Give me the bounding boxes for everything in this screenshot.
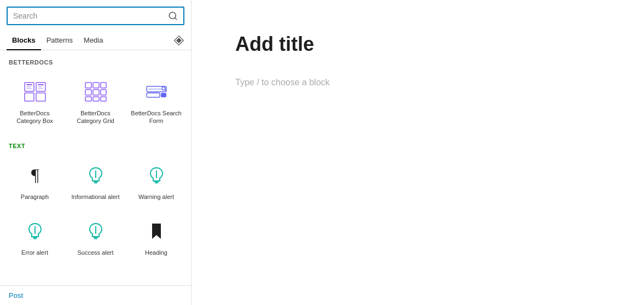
svg-rect-7 — [36, 93, 45, 101]
error-alert-icon — [22, 218, 48, 244]
betterdocs-blocks-grid: BetterDocs Category Box — [0, 70, 191, 134]
text-blocks-grid: ¶ Paragraph Informational alert — [0, 154, 191, 266]
page-title[interactable]: Add title — [235, 33, 600, 56]
svg-rect-25 — [161, 93, 166, 97]
sidebar-footer[interactable]: Post — [0, 285, 191, 305]
success-alert-icon — [83, 218, 109, 244]
informational-alert-icon — [83, 162, 109, 189]
svg-rect-20 — [85, 97, 91, 101]
tabs-bar: Blocks Patterns Media — [0, 31, 191, 50]
heading-icon — [143, 218, 170, 244]
search-input-wrapper — [7, 7, 184, 25]
svg-rect-39 — [33, 238, 37, 239]
search-icon — [168, 11, 178, 21]
sidebar: Blocks Patterns Media BETTERDOCS — [0, 0, 192, 305]
block-paragraph[interactable]: ¶ Paragraph — [4, 154, 65, 209]
informational-alert-label: Informational alert — [71, 193, 119, 201]
section-label-betterdocs: BETTERDOCS — [0, 50, 191, 70]
svg-rect-13 — [38, 88, 43, 89]
warning-alert-icon — [143, 162, 170, 189]
block-betterdocs-search-form[interactable]: BetterDocs Search Form — [126, 70, 187, 134]
paragraph-icon: ¶ — [22, 162, 48, 189]
diamond-icon[interactable] — [173, 35, 184, 46]
block-warning-alert[interactable]: Warning alert — [126, 154, 187, 209]
svg-point-41 — [34, 226, 35, 227]
svg-rect-12 — [38, 86, 42, 87]
error-alert-label: Error alert — [21, 249, 48, 256]
svg-point-33 — [95, 170, 96, 171]
tab-blocks[interactable]: Blocks — [7, 31, 41, 50]
warning-alert-label: Warning alert — [138, 193, 174, 201]
svg-rect-8 — [26, 84, 32, 85]
svg-rect-24 — [147, 93, 160, 97]
tab-patterns[interactable]: Patterns — [41, 31, 78, 50]
svg-point-37 — [155, 170, 156, 171]
betterdocs-search-form-label: BetterDocs Search Form — [130, 109, 182, 125]
search-button[interactable] — [168, 11, 178, 21]
block-heading[interactable]: Heading — [126, 209, 187, 265]
svg-line-1 — [175, 17, 176, 19]
svg-line-28 — [165, 90, 166, 91]
paragraph-label: Paragraph — [21, 193, 49, 201]
svg-rect-21 — [93, 97, 99, 101]
betterdocs-category-box-label: BetterDocs Category Box — [9, 109, 61, 125]
svg-rect-9 — [26, 86, 31, 87]
svg-text:¶: ¶ — [31, 165, 39, 185]
svg-rect-22 — [101, 97, 106, 101]
svg-rect-31 — [94, 182, 97, 183]
main-content: Add title Type / to choose a block — [192, 0, 644, 305]
tab-media[interactable]: Media — [78, 31, 108, 50]
svg-rect-18 — [93, 90, 99, 95]
svg-rect-38 — [33, 237, 37, 238]
svg-point-45 — [95, 226, 96, 227]
svg-rect-42 — [94, 237, 98, 238]
block-betterdocs-category-grid[interactable]: BetterDocs Category Grid — [65, 70, 126, 134]
betterdocs-category-box-icon — [22, 79, 48, 105]
footer-label: Post — [9, 291, 23, 300]
svg-rect-16 — [101, 83, 106, 88]
heading-label: Heading — [145, 249, 167, 256]
search-input[interactable] — [13, 11, 168, 20]
success-alert-label: Success alert — [77, 249, 113, 256]
betterdocs-category-grid-label: BetterDocs Category Grid — [69, 109, 121, 125]
svg-rect-6 — [25, 93, 34, 101]
svg-marker-3 — [176, 38, 182, 43]
svg-rect-11 — [38, 84, 44, 85]
search-bar — [0, 0, 191, 25]
block-informational-alert[interactable]: Informational alert — [65, 154, 126, 209]
betterdocs-category-grid-icon — [83, 79, 109, 105]
section-label-text: TEXT — [0, 134, 191, 154]
svg-rect-30 — [94, 181, 98, 183]
block-placeholder[interactable]: Type / to choose a block — [235, 78, 600, 87]
svg-rect-34 — [154, 181, 159, 183]
svg-rect-14 — [85, 83, 91, 88]
svg-rect-35 — [155, 182, 158, 183]
sidebar-content: BETTERDOCS — [0, 50, 191, 285]
block-success-alert[interactable]: Success alert — [65, 209, 126, 265]
block-error-alert[interactable]: Error alert — [4, 209, 65, 265]
svg-rect-10 — [26, 88, 32, 89]
svg-rect-17 — [85, 90, 91, 95]
block-betterdocs-category-box[interactable]: BetterDocs Category Box — [4, 70, 65, 134]
svg-rect-15 — [93, 83, 99, 88]
betterdocs-search-form-icon — [143, 79, 170, 105]
svg-rect-43 — [94, 238, 97, 239]
svg-rect-19 — [101, 90, 106, 95]
